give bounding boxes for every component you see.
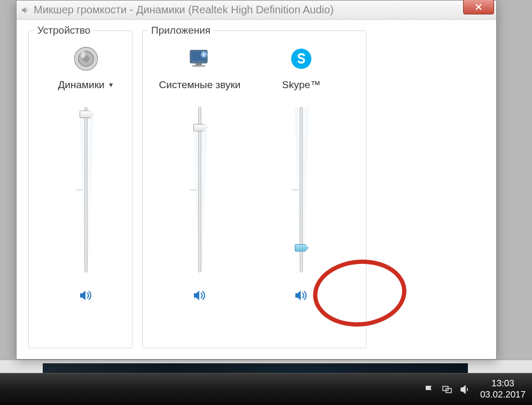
speakers-label-row[interactable]: Динамики ▼ <box>58 79 114 91</box>
system-tray <box>424 384 471 395</box>
svg-point-3 <box>81 51 85 58</box>
titlebar[interactable]: Микшер громкости - Динамики (Realtek Hig… <box>17 1 496 20</box>
svg-rect-7 <box>192 65 205 67</box>
system-sounds-label: Системные звуки <box>159 79 241 91</box>
window-title: Микшер громкости - Динамики (Realtek Hig… <box>34 4 492 16</box>
apps-group-label: Приложения <box>148 25 214 36</box>
speaker-device-icon[interactable] <box>71 44 101 74</box>
speakers-mute-button[interactable] <box>77 287 95 303</box>
chevron-down-icon: ▼ <box>108 81 114 89</box>
skype-label: Skype™ <box>282 79 320 91</box>
device-group: Устройство Динамики ▼ <box>28 30 132 348</box>
channel-speakers: Динамики ▼ <box>35 41 137 303</box>
skype-slider[interactable] <box>291 107 312 272</box>
close-button[interactable] <box>463 0 494 14</box>
volume-icon <box>21 5 30 15</box>
system-sounds-icon[interactable] <box>185 44 215 74</box>
taskbar-clock[interactable]: 13:03 03.02.2017 <box>480 378 526 400</box>
skype-mute-button[interactable] <box>292 287 310 303</box>
svg-rect-6 <box>195 63 202 65</box>
network-icon[interactable] <box>442 384 452 395</box>
wallpaper-strip <box>43 363 468 373</box>
channel-skype: Skype™ <box>251 41 352 303</box>
system-slider[interactable] <box>189 107 210 272</box>
volume-mixer-window: Микшер громкости - Динамики (Realtek Hig… <box>16 0 497 360</box>
device-group-label: Устройство <box>34 25 93 36</box>
system-mute-button[interactable] <box>191 287 209 303</box>
skype-icon[interactable] <box>286 44 316 74</box>
clock-date: 03.02.2017 <box>480 390 526 400</box>
volume-tray-icon[interactable] <box>460 384 471 395</box>
channel-system-sounds: Системные звуки <box>149 41 251 303</box>
clock-time: 13:03 <box>480 378 526 389</box>
speakers-slider[interactable] <box>75 107 97 272</box>
applications-group: Приложения Системные звуки <box>142 30 366 348</box>
speakers-label: Динамики <box>58 79 104 91</box>
flag-icon[interactable] <box>424 384 434 395</box>
taskbar[interactable]: 13:03 03.02.2017 <box>0 373 532 405</box>
window-content: Устройство Динамики ▼ <box>17 20 496 359</box>
